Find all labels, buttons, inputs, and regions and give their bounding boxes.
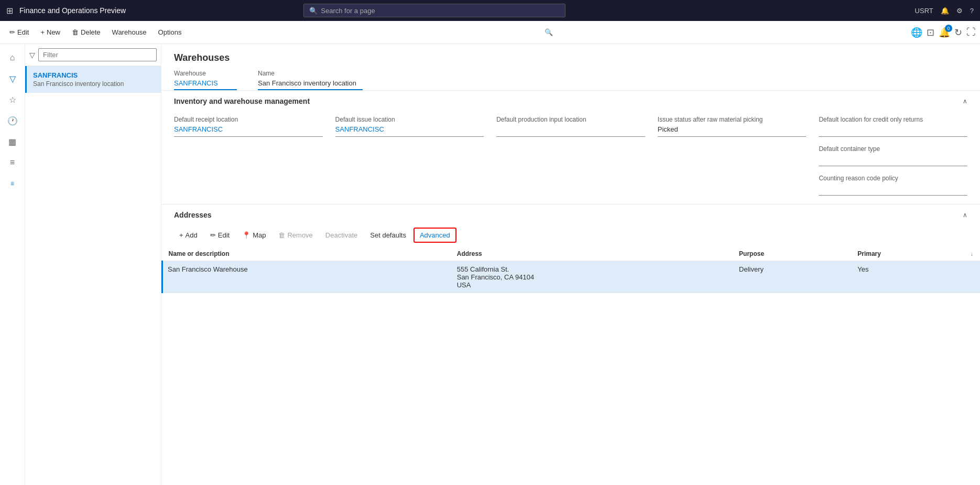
col-primary-header: Primary	[851, 247, 964, 261]
globe-icon[interactable]: 🌐	[911, 27, 922, 38]
empty-field-6	[335, 175, 484, 196]
inventory-form-grid: Default receipt location SANFRANCISC Def…	[161, 112, 980, 204]
delete-button[interactable]: 🗑 Delete	[67, 25, 106, 39]
credit-returns-label: Default location for credit only returns	[819, 116, 967, 123]
production-input-value[interactable]	[496, 125, 645, 137]
list-item-title: SANFRANCIS	[33, 71, 155, 79]
command-search-icon[interactable]: 🔍	[541, 25, 556, 39]
issue-location-value[interactable]: SANFRANCISC	[335, 125, 484, 137]
table-row[interactable]: San Francisco Warehouse 555 California S…	[162, 261, 981, 294]
empty-field-4	[658, 145, 807, 166]
col-address-header: Address	[451, 247, 733, 261]
edit-addr-icon: ✏	[210, 231, 216, 239]
container-type-value[interactable]	[819, 155, 967, 166]
empty-field-8	[658, 175, 807, 196]
list-panel: ▽ SANFRANCIS San Francisco inventory loc…	[25, 44, 161, 485]
production-input-label: Default production input location	[496, 116, 645, 123]
row-address: 555 California St. San Francisco, CA 941…	[451, 261, 733, 294]
inventory-section-title: Inventory and warehouse management	[174, 97, 310, 105]
credit-returns-value[interactable]	[819, 125, 967, 137]
deactivate-button[interactable]: Deactivate	[320, 229, 363, 242]
edit-address-button[interactable]: ✏ Edit	[205, 229, 235, 242]
fullscreen-icon[interactable]: ⛶	[966, 27, 976, 38]
addresses-table: Name or description Address Purpose Prim…	[161, 247, 980, 293]
sidebar-clock-icon[interactable]: 🕐	[3, 111, 22, 130]
filter-icon-btn[interactable]: ▽	[29, 51, 35, 59]
col-sort-header[interactable]: ↓	[964, 247, 980, 261]
columns-icon[interactable]: ⊡	[927, 27, 934, 38]
counting-reason-label: Counting reason code policy	[819, 175, 967, 182]
set-defaults-button[interactable]: Set defaults	[365, 229, 411, 242]
issue-status-label: Issue status after raw material picking	[658, 116, 807, 123]
addresses-chevron-icon: ∧	[963, 211, 967, 219]
main-content: Warehouses Warehouse SANFRANCIS Name San…	[161, 44, 980, 485]
issue-status-value[interactable]: Picked	[658, 125, 807, 137]
app-title: Finance and Operations Preview	[19, 6, 126, 15]
inventory-section: Inventory and warehouse management ∧ Def…	[161, 90, 980, 204]
warehouses-title: Warehouses	[174, 52, 967, 63]
warehouse-button[interactable]: Warehouse	[107, 25, 152, 39]
edit-icon: ✏	[9, 28, 15, 36]
sort-icon: ↓	[971, 251, 973, 257]
notification-icon[interactable]: 🔔 0	[939, 27, 950, 38]
row-name: San Francisco Warehouse	[162, 261, 451, 294]
row-purpose: Delivery	[733, 261, 851, 294]
addresses-section: Addresses ∧ + Add ✏ Edit 📍 Map 🗑	[161, 204, 980, 293]
issue-location-field: Default issue location SANFRANCISC	[335, 116, 484, 137]
delete-icon: 🗑	[72, 28, 79, 36]
refresh-icon[interactable]: ↻	[954, 27, 962, 38]
help-icon[interactable]: ?	[970, 7, 974, 15]
name-field-group: Name San Francisco inventory location	[258, 70, 363, 90]
issue-location-label: Default issue location	[335, 116, 484, 123]
options-button[interactable]: Options	[153, 25, 187, 39]
sidebar-home-icon[interactable]: ⌂	[3, 48, 22, 67]
notification-badge: 0	[945, 25, 952, 32]
empty-field-3	[496, 145, 645, 166]
row-primary: Yes	[851, 261, 964, 294]
sidebar-star-icon[interactable]: ☆	[3, 90, 22, 109]
counting-reason-field: Counting reason code policy	[819, 175, 967, 196]
edit-button[interactable]: ✏ Edit	[4, 25, 34, 39]
top-nav: ⊞ Finance and Operations Preview 🔍 USRT …	[0, 0, 980, 21]
filter-input[interactable]	[38, 48, 157, 61]
add-address-button[interactable]: + Add	[174, 229, 203, 242]
warehouses-header: Warehouses Warehouse SANFRANCIS Name San…	[161, 44, 980, 90]
row-sort	[964, 261, 980, 294]
container-type-label: Default container type	[819, 145, 967, 153]
addresses-toolbar: + Add ✏ Edit 📍 Map 🗑 Remove Deactivate	[161, 225, 980, 247]
user-label: USRT	[915, 7, 933, 15]
receipt-location-value[interactable]: SANFRANCISC	[174, 125, 323, 137]
counting-reason-value[interactable]	[819, 184, 967, 196]
plus-icon: +	[40, 28, 45, 36]
advanced-button[interactable]: Advanced	[413, 228, 456, 243]
search-bar[interactable]: 🔍	[303, 4, 565, 17]
sidebar-list-icon[interactable]: ≡	[3, 153, 22, 172]
sidebar-chart-icon[interactable]: ▦	[3, 132, 22, 151]
list-toolbar: ▽	[25, 44, 161, 66]
empty-field-7	[496, 175, 645, 196]
warehouse-value[interactable]: SANFRANCIS	[174, 79, 237, 90]
settings-icon[interactable]: ⚙	[956, 7, 963, 15]
name-value[interactable]: San Francisco inventory location	[258, 79, 363, 90]
remove-button[interactable]: 🗑 Remove	[273, 229, 318, 242]
empty-field-1	[174, 145, 323, 166]
sidebar-expand-icon[interactable]: ≡	[3, 174, 22, 193]
inventory-section-header[interactable]: Inventory and warehouse management ∧	[161, 90, 980, 112]
bell-icon[interactable]: 🔔	[941, 7, 949, 15]
receipt-location-field: Default receipt location SANFRANCISC	[174, 116, 323, 137]
map-button[interactable]: 📍 Map	[237, 229, 271, 242]
app-grid-icon[interactable]: ⊞	[6, 6, 13, 16]
list-item[interactable]: SANFRANCIS San Francisco inventory locat…	[25, 66, 161, 93]
search-input[interactable]	[321, 7, 560, 15]
credit-returns-field: Default location for credit only returns	[819, 116, 967, 137]
container-type-field: Default container type	[819, 145, 967, 166]
addresses-section-header[interactable]: Addresses ∧	[161, 204, 980, 225]
new-button[interactable]: + New	[35, 25, 66, 39]
sidebar-filter-icon[interactable]: ▽	[3, 69, 22, 88]
warehouse-info-row: Warehouse SANFRANCIS Name San Francisco …	[174, 70, 967, 90]
warehouse-field-group: Warehouse SANFRANCIS	[174, 70, 237, 90]
search-icon: 🔍	[309, 7, 318, 15]
warehouse-label: Warehouse	[174, 70, 237, 77]
list-item-subtitle: San Francisco inventory location	[33, 80, 155, 88]
top-nav-right: USRT 🔔 ⚙ ?	[915, 7, 974, 15]
